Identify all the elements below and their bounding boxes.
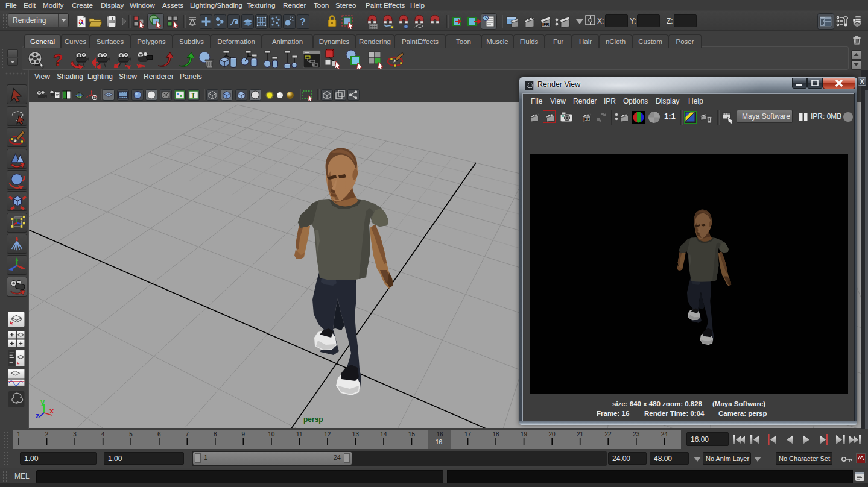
svg-text:x: x [49, 406, 54, 415]
svg-text:persp: persp [303, 415, 323, 424]
svg-text:18: 18 [492, 431, 499, 438]
svg-text:IPR: IPR [542, 22, 550, 27]
svg-text:14: 14 [380, 431, 387, 438]
svg-text:3: 3 [73, 431, 77, 438]
svg-text:13: 13 [352, 431, 360, 438]
svg-text:22: 22 [605, 431, 612, 438]
svg-text:12: 12 [324, 431, 331, 438]
svg-text:17: 17 [464, 431, 472, 438]
svg-text:8: 8 [214, 431, 217, 438]
svg-text:z: z [36, 411, 40, 420]
svg-text:20: 20 [549, 431, 556, 438]
svg-text:11: 11 [296, 431, 303, 438]
svg-text:IPR: IPR [583, 118, 590, 122]
svg-text:24: 24 [661, 431, 668, 438]
svg-text:T: T [191, 92, 195, 99]
svg-text:1: 1 [17, 431, 21, 438]
svg-text:7: 7 [185, 431, 189, 438]
svg-text:19: 19 [521, 431, 528, 438]
svg-text:23: 23 [633, 431, 640, 438]
svg-text:10: 10 [268, 431, 275, 438]
svg-text:?: ? [300, 17, 306, 27]
svg-text:21: 21 [577, 431, 584, 438]
svg-text:y: y [40, 397, 45, 406]
svg-text:?: ? [53, 51, 63, 69]
svg-text:15: 15 [408, 431, 416, 438]
svg-text:2: 2 [45, 431, 49, 438]
svg-text:16: 16 [436, 431, 443, 438]
svg-text:4: 4 [101, 431, 105, 438]
svg-text:16: 16 [436, 439, 443, 445]
svg-text:5: 5 [129, 431, 133, 438]
svg-text:6: 6 [157, 431, 161, 438]
svg-text:9: 9 [241, 431, 245, 438]
